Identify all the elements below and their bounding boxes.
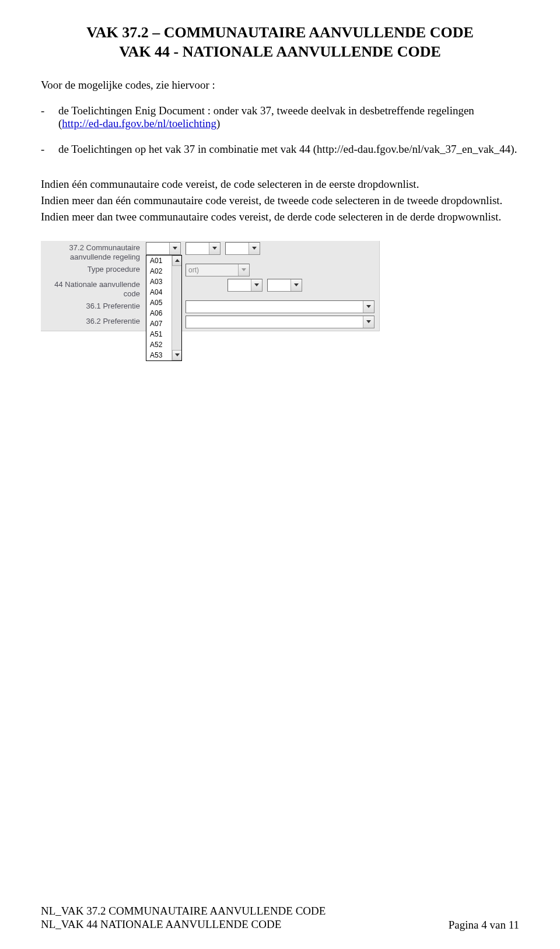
- chevron-down-icon: [238, 264, 249, 276]
- scroll-up-icon[interactable]: [172, 255, 181, 266]
- footer-left: NL_VAK 37.2 COMMUNAUTAIRE AANVULLENDE CO…: [41, 904, 326, 932]
- chevron-down-icon: [169, 243, 180, 254]
- dropdown-list[interactable]: A01 A02 A03 A04 A05 A06 A07 A51 A52 A53: [146, 255, 182, 361]
- bullet-suffix: ): [216, 117, 220, 129]
- svg-marker-9: [366, 320, 371, 323]
- form-label: 44 Nationale aanvullende code: [41, 279, 146, 298]
- svg-marker-4: [252, 247, 257, 250]
- dropdown-36-1[interactable]: [186, 300, 374, 313]
- page-title: VAK 37.2 – COMMUNAUTAIRE AANVULLENDE COD…: [41, 23, 519, 61]
- bullet-text: de Toelichtingen Enig Document : onder v…: [58, 104, 519, 130]
- svg-marker-5: [242, 268, 246, 271]
- bullet-item: - de Toelichtingen op het vak 37 in comb…: [41, 143, 519, 156]
- form-controls: A01 A02 A03 A04 A05 A06 A07 A51 A52 A53: [146, 242, 379, 255]
- chevron-down-icon: [363, 301, 374, 313]
- chevron-down-icon: [251, 279, 262, 291]
- chevron-down-icon: [209, 243, 220, 254]
- form-label: 36.1 Preferentie: [41, 300, 146, 311]
- intro-text: Voor de mogelijke codes, zie hiervoor :: [41, 79, 519, 92]
- footer-line-1: NL_VAK 37.2 COMMUNAUTAIRE AANVULLENDE CO…: [41, 904, 326, 918]
- bullet-prefix: de Toelichtingen op het vak 37 in combin…: [58, 143, 517, 155]
- paragraph: Indien meer dan één communautaire code v…: [41, 194, 519, 207]
- form-row-44: 44 Nationale aanvullende code: [41, 278, 379, 299]
- bullet-text: de Toelichtingen op het vak 37 in combin…: [58, 143, 519, 156]
- dropdown-37-2-a[interactable]: A01 A02 A03 A04 A05 A06 A07 A51 A52 A53: [146, 242, 181, 255]
- footer-line-2: NL_VAK 44 NATIONALE AANVULLENDE CODE: [41, 918, 326, 932]
- chevron-down-icon: [363, 316, 374, 328]
- svg-marker-7: [294, 283, 299, 286]
- form-row-type-procedure: Type procedure ort): [41, 262, 379, 278]
- form-row-36-1: 36.1 Preferentie: [41, 299, 379, 314]
- title-line-1: VAK 37.2 – COMMUNAUTAIRE AANVULLENDE COD…: [41, 23, 519, 43]
- scrollbar[interactable]: [172, 255, 181, 360]
- form-label: Type procedure: [41, 264, 146, 274]
- paragraph: Indien één communautaire code vereist, d…: [41, 178, 519, 191]
- scroll-down-icon[interactable]: [172, 350, 181, 360]
- svg-marker-2: [175, 353, 180, 356]
- dropdown-36-2[interactable]: [186, 316, 374, 328]
- dropdown-text: ort): [186, 266, 238, 274]
- dropdown-37-2-b[interactable]: [186, 242, 220, 255]
- dropdown-44-a[interactable]: [228, 279, 262, 292]
- page-footer: NL_VAK 37.2 COMMUNAUTAIRE AANVULLENDE CO…: [41, 904, 519, 932]
- chevron-down-icon: [290, 279, 302, 291]
- paragraph: Indien meer dan twee communautaire codes…: [41, 211, 519, 223]
- svg-marker-1: [175, 259, 180, 262]
- dropdown-type-procedure[interactable]: ort): [186, 264, 250, 276]
- form-screenshot: 37.2 Communautaire aanvullende regeling: [41, 241, 380, 331]
- form-row-36-2: 36.2 Preferentie: [41, 314, 379, 331]
- form-label: 36.2 Preferentie: [41, 316, 146, 326]
- bullet-dash: -: [41, 143, 58, 156]
- bullet-item: - de Toelichtingen Enig Document : onder…: [41, 104, 519, 130]
- svg-marker-0: [173, 247, 177, 250]
- toelichting-link[interactable]: http://ed-dau.fgov.be/nl/toelichting: [62, 117, 216, 129]
- form-row-37-2: 37.2 Communautaire aanvullende regeling: [41, 241, 379, 262]
- title-line-2: VAK 44 - NATIONALE AANVULLENDE CODE: [41, 43, 519, 62]
- form-label: 37.2 Communautaire aanvullende regeling: [41, 242, 146, 261]
- scroll-track[interactable]: [172, 266, 181, 350]
- dropdown-37-2-c[interactable]: [225, 242, 260, 255]
- chevron-down-icon: [249, 243, 260, 254]
- bullet-dash: -: [41, 104, 58, 130]
- svg-marker-8: [366, 305, 371, 308]
- dropdown-44-b[interactable]: [267, 279, 302, 292]
- svg-marker-3: [212, 247, 217, 250]
- bullet-list: - de Toelichtingen Enig Document : onder…: [41, 104, 519, 156]
- footer-page-number: Pagina 4 van 11: [449, 919, 519, 932]
- svg-marker-6: [254, 283, 259, 286]
